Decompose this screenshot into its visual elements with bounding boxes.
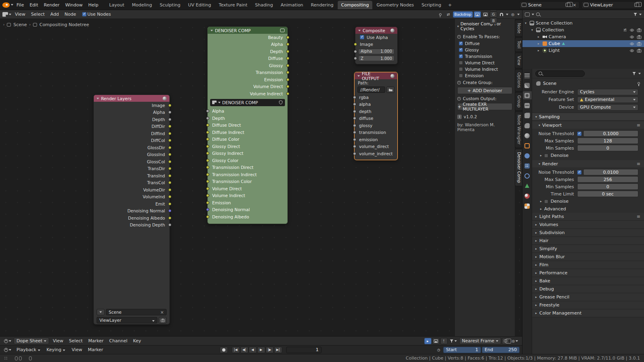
collapsed-panel[interactable]: ▸ Grease Pencil ≡ bbox=[532, 293, 644, 301]
input-socket[interactable] bbox=[206, 138, 209, 141]
keying-menu[interactable]: Keying bbox=[44, 346, 68, 354]
outliner-type-icon[interactable] bbox=[525, 12, 530, 16]
workspace-tab[interactable]: UV Editing bbox=[184, 1, 215, 9]
input-socket[interactable] bbox=[206, 201, 209, 204]
output-socket[interactable] bbox=[286, 78, 289, 81]
topbar-menu[interactable]: Render bbox=[41, 1, 62, 9]
use-alpha-checkbox[interactable] bbox=[360, 35, 364, 39]
blender-logo-icon[interactable] bbox=[2, 2, 10, 8]
property-dropdown[interactable]: GPU Compute bbox=[577, 104, 638, 111]
tab-output-icon[interactable] bbox=[524, 103, 530, 108]
render-visibility-icon[interactable] bbox=[637, 48, 642, 53]
alpha-value-field[interactable]: Alpha 1.000 bbox=[358, 49, 394, 54]
browse-group-chevron-icon[interactable] bbox=[218, 102, 221, 103]
disclosure-icon[interactable] bbox=[538, 49, 541, 52]
input-socket[interactable] bbox=[206, 173, 209, 176]
input-socket[interactable] bbox=[354, 57, 357, 60]
workspace-tab[interactable]: Geometry Nodes bbox=[373, 1, 417, 9]
sidebar-tab[interactable]: Node bbox=[515, 20, 522, 37]
collapsed-panel[interactable]: ▸ Debug ≡ bbox=[532, 285, 644, 293]
output-socket[interactable] bbox=[286, 36, 289, 39]
input-socket[interactable] bbox=[354, 50, 357, 53]
sidebar-tab[interactable]: Group bbox=[515, 92, 522, 111]
input-socket[interactable] bbox=[206, 208, 209, 211]
only-selected-icon[interactable]: ▸ bbox=[424, 338, 431, 344]
render-layers-node[interactable]: Render Layers Image Alpha Depth bbox=[93, 95, 170, 325]
viewlayer-selector[interactable]: ViewLayer bbox=[581, 1, 642, 9]
panel-title-row[interactable]: ▾ Denoiser Comp For Cycles bbox=[457, 21, 512, 31]
transport-button[interactable]: |▶ bbox=[266, 347, 274, 353]
sampling-panel-header[interactable]: ▾Sampling bbox=[532, 113, 644, 121]
copy-icon[interactable] bbox=[502, 338, 509, 344]
outliner-item-label[interactable]: Scene Collection bbox=[536, 21, 572, 26]
create-exr-button[interactable]: + Create EXR MULTILAYER bbox=[457, 103, 512, 110]
properties-search-input[interactable] bbox=[535, 70, 585, 77]
current-frame-field[interactable]: 1 bbox=[286, 347, 322, 353]
collapse-node-icon[interactable] bbox=[211, 30, 213, 31]
backdrop-color-alpha-button[interactable] bbox=[474, 11, 481, 18]
tab-object-icon[interactable] bbox=[524, 143, 530, 148]
output-socket[interactable] bbox=[286, 71, 289, 74]
output-socket[interactable] bbox=[286, 43, 289, 46]
property-dropdown[interactable]: Cycles bbox=[577, 89, 638, 95]
outliner-row[interactable]: Scene Collection bbox=[522, 20, 644, 27]
input-socket[interactable] bbox=[353, 131, 356, 134]
proportional-edit-icon[interactable]: ◎ bbox=[510, 338, 520, 344]
outliner-row[interactable]: Collection bbox=[522, 27, 644, 33]
collapsed-panel[interactable]: ▸ Volumes ≡ bbox=[532, 221, 644, 229]
input-socket[interactable] bbox=[206, 123, 209, 127]
workspace-tab[interactable]: Scripting bbox=[418, 1, 445, 9]
workspace-tab[interactable]: Layout bbox=[105, 1, 128, 9]
value-checkbox[interactable] bbox=[577, 170, 582, 175]
add-denoiser-button[interactable]: + ADD Denoiser bbox=[457, 87, 512, 94]
frame-end-field[interactable]: End 250 bbox=[482, 347, 520, 353]
input-socket[interactable] bbox=[353, 96, 356, 99]
sidebar-tab[interactable]: Denoiser Comp bbox=[515, 149, 522, 186]
input-socket[interactable] bbox=[206, 109, 209, 113]
add-workspace-button[interactable]: + bbox=[445, 1, 454, 9]
hide-eye-icon[interactable] bbox=[630, 41, 634, 46]
output-socket[interactable] bbox=[168, 209, 171, 212]
output-socket[interactable] bbox=[168, 146, 171, 149]
node-editor-menu[interactable]: Select bbox=[28, 10, 47, 18]
output-socket[interactable] bbox=[168, 132, 171, 135]
advanced-row[interactable]: ▸ Advanced bbox=[532, 205, 644, 213]
render-layer-button[interactable] bbox=[159, 317, 167, 323]
dope-menu[interactable]: Select bbox=[66, 337, 85, 345]
topbar-menu[interactable]: Window bbox=[62, 1, 85, 9]
disclosure-icon[interactable] bbox=[525, 21, 528, 25]
dope-menu[interactable]: Marker bbox=[85, 337, 106, 345]
collapse-node-icon[interactable] bbox=[97, 98, 99, 99]
input-socket[interactable] bbox=[353, 110, 356, 113]
value-field[interactable]: 0 sec bbox=[577, 191, 638, 197]
viewport-denoise-row[interactable]: ▸ Denoise bbox=[532, 152, 644, 159]
input-socket[interactable] bbox=[206, 131, 209, 134]
collapsed-panel[interactable]: ▸ Color Management ≡ bbox=[532, 309, 644, 317]
app-menu-chevron-icon[interactable] bbox=[11, 4, 13, 6]
tab-texture-icon[interactable] bbox=[524, 204, 530, 209]
denoise-checkbox[interactable] bbox=[544, 200, 548, 204]
panel-menu-icon[interactable]: ≡ bbox=[637, 161, 641, 167]
tab-scene-icon[interactable] bbox=[524, 123, 530, 128]
filter-funnel-icon[interactable] bbox=[448, 338, 458, 344]
breadcrumb-scene[interactable]: Scene bbox=[13, 22, 27, 27]
output-socket[interactable] bbox=[168, 160, 171, 163]
outliner-row[interactable]: Light bbox=[522, 47, 644, 54]
backdrop-button[interactable]: Backdrop bbox=[453, 11, 473, 18]
fake-user-shield-icon[interactable] bbox=[279, 100, 283, 105]
group-node-header[interactable]: DENOISER COMP bbox=[208, 27, 287, 34]
output-socket[interactable] bbox=[168, 153, 171, 156]
use-nodes-checkbox[interactable] bbox=[82, 12, 87, 16]
backdrop-channel-button[interactable]: G bbox=[490, 11, 497, 18]
workspace-tab[interactable]: Rendering bbox=[307, 1, 337, 9]
transport-button[interactable]: ▶| bbox=[274, 347, 282, 353]
outliner-row[interactable]: Cube bbox=[522, 40, 644, 47]
disclosure-icon[interactable] bbox=[531, 28, 535, 32]
tab-tool-icon[interactable] bbox=[524, 83, 530, 88]
input-socket[interactable] bbox=[206, 194, 209, 197]
overlap-chevron-icon[interactable] bbox=[517, 14, 520, 15]
workspace-tab[interactable]: Sculpting bbox=[156, 1, 184, 9]
value-field[interactable]: 128 bbox=[577, 138, 638, 144]
input-socket[interactable] bbox=[206, 117, 209, 120]
input-socket[interactable] bbox=[353, 124, 356, 127]
